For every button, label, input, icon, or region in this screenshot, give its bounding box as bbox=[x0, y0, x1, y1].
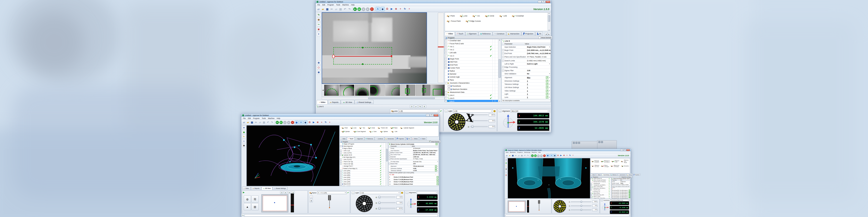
goto-settings-icon[interactable]: ↗ bbox=[435, 167, 437, 169]
slider-knob[interactable] bbox=[378, 202, 380, 204]
menu-item[interactable]: Machine bbox=[267, 117, 276, 119]
property-row[interactable]: + End Point (145.7941 mm,...m,12.2045 mm… bbox=[502, 52, 551, 55]
scroll-up-icon[interactable]: ▲ bbox=[548, 12, 550, 14]
expand-icon[interactable]: + bbox=[340, 181, 342, 183]
stylus-alert-icon[interactable]: ! bbox=[310, 195, 313, 199]
category-tab[interactable]: ▙Fit bbox=[535, 32, 543, 36]
property-row[interactable]: + Begin Point (141.9309 mm,...m,12.2045 … bbox=[502, 49, 551, 52]
param-value[interactable]: XY Plane, X Axis bbox=[413, 158, 438, 159]
mode-button[interactable]: Λ bbox=[550, 154, 553, 157]
property-row[interactable]: + Bottom Center Point (-22.000 mm, -66.2… bbox=[389, 152, 438, 154]
alignment-tool[interactable]: ◆Referenz in 3D bbox=[612, 159, 619, 163]
slider-value[interactable]: 0.0 bbox=[489, 120, 495, 122]
titlebar[interactable]: Duese im Freilauf - Approve for DeMeet (… bbox=[504, 149, 631, 151]
slider-value[interactable]: 0.0 bbox=[396, 202, 402, 204]
program-tree-row[interactable]: + ⌊ Ursprung setzen XY-Ursprung ✔ bbox=[591, 181, 611, 183]
mode-button[interactable]: ⊕ bbox=[316, 120, 319, 124]
light-slider[interactable]: ◍ 50.0 bbox=[569, 201, 597, 203]
view-tab[interactable]: ▯Shared Settings bbox=[273, 187, 288, 190]
region-handle[interactable] bbox=[362, 63, 364, 65]
menu-item[interactable]: File bbox=[316, 4, 321, 6]
slider-value[interactable]: 0.0 bbox=[489, 125, 495, 128]
alignment-tool[interactable]: ◇Ebene aus 3 Punkten bbox=[611, 165, 620, 167]
toolbar-icon[interactable]: ✂ bbox=[515, 154, 517, 157]
point-link[interactable]: Ausrichtung.P.20 - Kreis,Maximalpunkt bbox=[612, 191, 629, 192]
expand-icon[interactable]: + bbox=[389, 158, 391, 160]
mode-button[interactable]: ◆ bbox=[303, 120, 307, 124]
dropdown-arrow-icon[interactable]: ▼ bbox=[437, 170, 438, 171]
slider-knob[interactable] bbox=[581, 201, 582, 203]
expand-icon[interactable]: + bbox=[389, 152, 391, 153]
category-tab[interactable]: ◆Reference bbox=[365, 137, 374, 140]
menu-item[interactable]: Machine bbox=[341, 4, 350, 6]
scroll-down-icon[interactable]: ▼ bbox=[548, 30, 550, 31]
run-control-button[interactable]: ■ bbox=[366, 7, 370, 11]
measure-tool[interactable]: ◆Plane bbox=[391, 127, 397, 129]
expand-icon[interactable]: + bbox=[445, 58, 447, 60]
goto-point-icon[interactable]: ↗ bbox=[629, 190, 630, 191]
cone-home-icon[interactable]: ▲ bbox=[244, 203, 251, 210]
program-tree-row[interactable]: + ◔ Link L1 (Z) ✔ bbox=[340, 150, 386, 152]
dropdown-arrow-icon[interactable]: ▼ bbox=[549, 90, 551, 91]
stylus-dropdown[interactable]: 4 -> 4.1 (30)▼ bbox=[317, 191, 347, 194]
mode-button[interactable]: Λ bbox=[375, 7, 380, 11]
minimize-button[interactable]: – bbox=[538, 1, 541, 3]
expand-icon[interactable]: + bbox=[445, 52, 447, 54]
property-row[interactable]: + Plane and Axis Specification XY Plane,… bbox=[389, 158, 438, 160]
category-tab[interactable]: ✎Konstruieren bbox=[618, 174, 626, 176]
expand-icon[interactable]: + bbox=[502, 53, 504, 55]
simulation-3d-view[interactable] bbox=[508, 158, 590, 199]
property-row[interactable]: + Alignment Mcs ↗ ▼ bbox=[502, 75, 551, 80]
program-tree-row[interactable]: + ◔ Link L2 (XYZ) ✔ bbox=[340, 152, 386, 154]
program-tree-row[interactable]: + ◔ Link L3 (XYZ) ✔ bbox=[340, 158, 386, 161]
fit-point-row[interactable]: Ausrichtung.P.20 - Kreis,Maximalpunkt ↗ bbox=[612, 191, 630, 193]
measure-tool[interactable]: •Point bbox=[447, 15, 455, 17]
program-tree-row[interactable]: + − ◠ Arc 3 ✔ bbox=[445, 54, 498, 57]
menu-item[interactable]: Program bbox=[252, 117, 260, 119]
menu-item[interactable]: Edit bbox=[321, 4, 326, 6]
goto-settings-icon[interactable]: ↗ bbox=[546, 76, 548, 79]
light-slider[interactable]: ◍ 0.0 bbox=[569, 209, 597, 211]
rotate-view-icon[interactable]: ↻ bbox=[505, 164, 507, 167]
program-tree-row[interactable]: + − ╲ Line 5 ✔ bbox=[445, 97, 498, 100]
fit-point-row[interactable]: Ausrichtung.P.20 - Kreis,Minimalpunkt ↗ bbox=[612, 196, 630, 197]
program-tree-row[interactable]: + ╲ Referenzlinie +45° [STOP 1] ✔ bbox=[591, 188, 611, 189]
measure-tool[interactable]: ↷Edge Curves bbox=[466, 20, 481, 22]
slider-value[interactable]: 0.0 bbox=[592, 205, 597, 207]
joystick-icon[interactable]: ◍ bbox=[244, 195, 251, 203]
probe-rack-icon[interactable]: ⛓ bbox=[251, 195, 258, 203]
run-control-button[interactable]: ■ bbox=[540, 154, 543, 157]
program-tree-row[interactable]: + ∴ Average Point Y ✔ bbox=[340, 165, 386, 167]
program-tree-row[interactable]: + ╲ Line L(000) ✔ bbox=[340, 169, 386, 172]
toolbar-icon[interactable]: ▤ bbox=[520, 154, 523, 157]
program-tree-row[interactable]: + − ▮ Roundness ✔ bbox=[445, 85, 498, 88]
dropdown-arrow-icon[interactable]: ▼ bbox=[629, 183, 630, 184]
property-row[interactable]: + Diameter 1.000 mm ↗ ▼ bbox=[389, 156, 438, 158]
run-control-button[interactable]: ■ bbox=[287, 121, 290, 124]
slider-knob[interactable] bbox=[472, 125, 473, 128]
camera-add-icon[interactable]: ▣ bbox=[317, 70, 321, 74]
move-up-icon[interactable]: ↑ bbox=[435, 174, 436, 176]
slider-knob[interactable] bbox=[581, 205, 582, 207]
lock-icon[interactable]: ⌂ bbox=[498, 110, 501, 112]
expand-icon[interactable]: + bbox=[591, 186, 592, 187]
show-derived-checkbox[interactable] bbox=[619, 176, 621, 178]
restore-button[interactable]: ❐ bbox=[430, 114, 433, 117]
param-value[interactable]: 3.00 bbox=[413, 163, 438, 164]
mode-button[interactable]: + bbox=[320, 120, 323, 124]
menu-item[interactable]: Bearbeiten bbox=[509, 152, 516, 153]
wireframe-icon[interactable]: ▦ bbox=[505, 167, 507, 170]
property-row[interactable]: + Left to Right Dark to Light ↗ ▼ bbox=[502, 62, 551, 65]
category-tab[interactable]: ▛Projection bbox=[521, 32, 535, 36]
program-tree-row[interactable]: + ▮ Zylinder Zylinder (A) ✔ bbox=[591, 178, 611, 179]
category-tab[interactable]: †Touch bbox=[455, 32, 465, 36]
menu-item[interactable]: Maschine bbox=[531, 152, 537, 153]
menu-item[interactable]: Program bbox=[326, 4, 335, 6]
mode-button[interactable]: + bbox=[571, 154, 575, 157]
category-tab[interactable]: ▛Projection bbox=[396, 137, 405, 140]
collapse-icon[interactable]: − bbox=[445, 82, 447, 84]
fit-point-row[interactable]: 10 Circles Y (+3.50),Maximum Point ↗ bbox=[389, 181, 438, 183]
lock-icon[interactable]: ⌂ bbox=[352, 191, 354, 194]
light-slider[interactable]: ◍ 12.0 bbox=[375, 207, 402, 210]
param-value[interactable]: 1 bbox=[527, 86, 546, 88]
